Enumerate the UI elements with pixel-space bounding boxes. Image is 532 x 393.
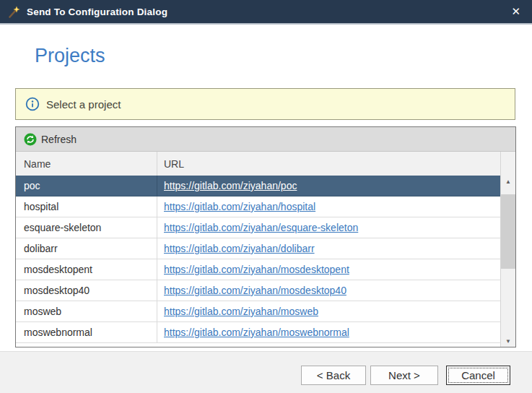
project-url-link[interactable]: https://gitlab.com/ziyahan/moswebnormal bbox=[164, 327, 349, 338]
scroll-up-icon[interactable]: ▲ bbox=[501, 176, 515, 187]
project-url-link[interactable]: https://gitlab.com/ziyahan/dolibarr bbox=[164, 243, 315, 254]
project-name: mosdesktop40 bbox=[16, 280, 157, 301]
project-url-link[interactable]: https://gitlab.com/ziyahan/hospital bbox=[164, 201, 315, 212]
project-name: mosdesktopent bbox=[16, 259, 157, 280]
project-name: moswebnormal bbox=[16, 322, 157, 342]
project-name: hospital bbox=[16, 196, 157, 217]
table-row[interactable]: dolibarr https://gitlab.com/ziyahan/doli… bbox=[16, 238, 500, 259]
project-name: poc bbox=[16, 176, 157, 196]
scrollbar-track[interactable] bbox=[501, 187, 515, 335]
grid-header-row: Name URL bbox=[16, 152, 500, 176]
info-message: Select a project bbox=[46, 98, 121, 111]
column-header-name[interactable]: Name bbox=[16, 152, 157, 176]
table-row[interactable]: mosweb https://gitlab.com/ziyahan/mosweb bbox=[16, 301, 500, 322]
grid-toolbar: Refresh bbox=[16, 127, 515, 152]
project-name: mosweb bbox=[16, 301, 157, 321]
refresh-button[interactable]: Refresh bbox=[41, 134, 77, 145]
close-icon[interactable]: ✕ bbox=[511, 7, 520, 17]
page-title: Projects bbox=[35, 45, 105, 67]
table-row[interactable]: moswebnormal https://gitlab.com/ziyahan/… bbox=[16, 322, 500, 343]
projects-grid: Refresh Name URL poc https://gitlab.com/… bbox=[15, 126, 516, 347]
scrollbar-header-spacer bbox=[501, 152, 515, 176]
table-row[interactable]: esquare-skeleton https://gitlab.com/ziya… bbox=[16, 217, 500, 238]
project-name: dolibarr bbox=[16, 238, 157, 259]
project-url-link[interactable]: https://gitlab.com/ziyahan/mosweb bbox=[164, 306, 318, 317]
send-to-configuration-dialog: Send To Configuration Dialog ✕ Projects … bbox=[0, 0, 532, 393]
project-url-link[interactable]: https://gitlab.com/ziyahan/mosdesktop40 bbox=[164, 285, 346, 296]
next-button[interactable]: Next > bbox=[370, 366, 438, 385]
dialog-footer: < Back Next > Cancel bbox=[0, 351, 532, 393]
cancel-button[interactable]: Cancel bbox=[446, 366, 510, 385]
refresh-icon[interactable] bbox=[24, 133, 37, 146]
back-button[interactable]: < Back bbox=[301, 366, 366, 385]
empty-row-area bbox=[16, 343, 500, 347]
table-row[interactable]: mosdesktopent https://gitlab.com/ziyahan… bbox=[16, 259, 500, 280]
magic-wand-icon bbox=[7, 5, 21, 19]
scrollbar-thumb[interactable] bbox=[501, 194, 515, 269]
scroll-down-icon[interactable]: ▼ bbox=[501, 335, 515, 347]
project-url-link[interactable]: https://gitlab.com/ziyahan/esquare-skele… bbox=[164, 222, 358, 233]
column-header-url[interactable]: URL bbox=[157, 152, 500, 176]
table-row[interactable]: poc https://gitlab.com/ziyahan/poc bbox=[16, 176, 500, 196]
info-icon bbox=[25, 97, 40, 111]
title-bar: Send To Configuration Dialog ✕ bbox=[0, 0, 532, 25]
info-banner: Select a project bbox=[15, 88, 515, 120]
vertical-scrollbar[interactable]: ▲ ▼ bbox=[500, 152, 515, 347]
project-url-link[interactable]: https://gitlab.com/ziyahan/poc bbox=[164, 180, 297, 191]
project-url-link[interactable]: https://gitlab.com/ziyahan/mosdesktopent bbox=[164, 264, 349, 275]
grid-body: Name URL poc https://gitlab.com/ziyahan/… bbox=[16, 152, 515, 347]
table-row[interactable]: mosdesktop40 https://gitlab.com/ziyahan/… bbox=[16, 280, 500, 301]
project-name: esquare-skeleton bbox=[16, 217, 157, 238]
table-row[interactable]: hospital https://gitlab.com/ziyahan/hosp… bbox=[16, 196, 500, 217]
window-title: Send To Configuration Dialog bbox=[27, 7, 511, 17]
grid-main: Name URL poc https://gitlab.com/ziyahan/… bbox=[16, 152, 500, 347]
